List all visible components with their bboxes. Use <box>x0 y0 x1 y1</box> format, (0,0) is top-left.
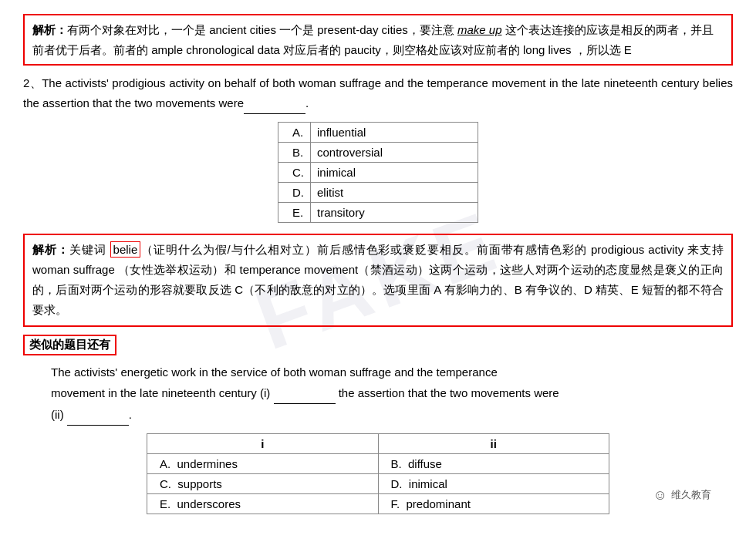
options-table: A.influentialB.controversialC.inimicalD.… <box>278 122 478 223</box>
option-letter-4: D. <box>278 182 311 202</box>
similar-text4: (ii) <box>51 408 67 421</box>
big-table-cell-3-1: E. underscores <box>147 493 379 514</box>
jiexi-block-2: 解析：关键词 belie（证明什么为假/与什么相对立）前后感情色彩或褒贬要相反。… <box>23 234 733 327</box>
option-letter-2: B. <box>278 142 311 162</box>
option-text-3: inimical <box>311 162 478 182</box>
question-blank <box>244 113 305 114</box>
similar-blank-2 <box>67 425 129 426</box>
similar-period: . <box>129 408 132 421</box>
big-table-header-i: i <box>147 433 379 453</box>
logo-text: 维久教育 <box>671 488 711 502</box>
option-text-1: influential <box>311 122 478 142</box>
makeup-text: make up <box>457 23 502 36</box>
similar-text2: movement in the late nineteenth century … <box>51 386 274 399</box>
big-table-cell-1-1: A. undermines <box>147 453 379 473</box>
logo-area: ☺ 维久教育 <box>653 487 711 503</box>
similar-text1: The activists' energetic work in the ser… <box>51 365 498 379</box>
jiexi-block-1: 解析：有两个对象在对比，一个是 ancient cities 一个是 prese… <box>23 14 733 66</box>
option-row-2: B.controversial <box>278 142 478 162</box>
big-table-row-3: E. underscoresF. predominant <box>147 493 609 514</box>
logo-icon: ☺ <box>653 487 667 503</box>
similar-para: The activists' energetic work in the ser… <box>23 362 733 426</box>
question-period: . <box>305 96 309 109</box>
option-letter-1: A. <box>278 122 311 142</box>
big-table-cell-2-2: D. inimical <box>378 473 609 493</box>
option-row-4: D.elitist <box>278 182 478 202</box>
keyword-belie: belie <box>110 241 141 258</box>
similar-text3: the assertion that the two movements wer… <box>336 386 559 399</box>
option-text-2: controversial <box>311 142 478 162</box>
question-body: The activists' prodigious activity on be… <box>23 76 733 109</box>
keyword-prefix: 关键词 <box>69 243 110 256</box>
option-row-5: E.transitory <box>278 202 478 222</box>
question-2-block: 2、The activists' prodigious activity on … <box>23 73 733 223</box>
question-number: 2、 <box>23 76 42 89</box>
option-letter-5: E. <box>278 202 311 222</box>
big-table-header-ii: ii <box>378 433 609 453</box>
jiexi-label-1: 解析 <box>32 23 56 36</box>
jiexi-colon-2: ： <box>57 243 69 256</box>
jiexi-text1: 有两个对象在对比， <box>67 23 171 36</box>
jiexi-rest: 一个是 ancient cities 一个是 present-day citie… <box>171 23 457 36</box>
similar-label-box: 类似的题目还有 <box>23 335 116 355</box>
similar-blank-1 <box>274 403 336 404</box>
option-row-1: A.influential <box>278 122 478 142</box>
big-table-cell-1-2: B. diffuse <box>378 453 609 473</box>
question-2-text: 2、The activists' prodigious activity on … <box>23 73 733 114</box>
option-row-3: C.inimical <box>278 162 478 182</box>
big-table-row-1: A. underminesB. diffuse <box>147 453 609 473</box>
option-text-5: transitory <box>311 202 478 222</box>
big-table: i ii A. underminesB. diffuseC. supportsD… <box>147 433 609 514</box>
option-letter-3: C. <box>278 162 311 182</box>
jiexi-colon-1: ： <box>56 23 67 36</box>
big-table-row-2: C. supportsD. inimical <box>147 473 609 493</box>
jiexi-label-2: 解析 <box>32 243 57 256</box>
big-table-cell-2-1: C. supports <box>147 473 379 493</box>
option-text-4: elitist <box>311 182 478 202</box>
big-table-cell-3-2: F. predominant <box>378 493 609 514</box>
